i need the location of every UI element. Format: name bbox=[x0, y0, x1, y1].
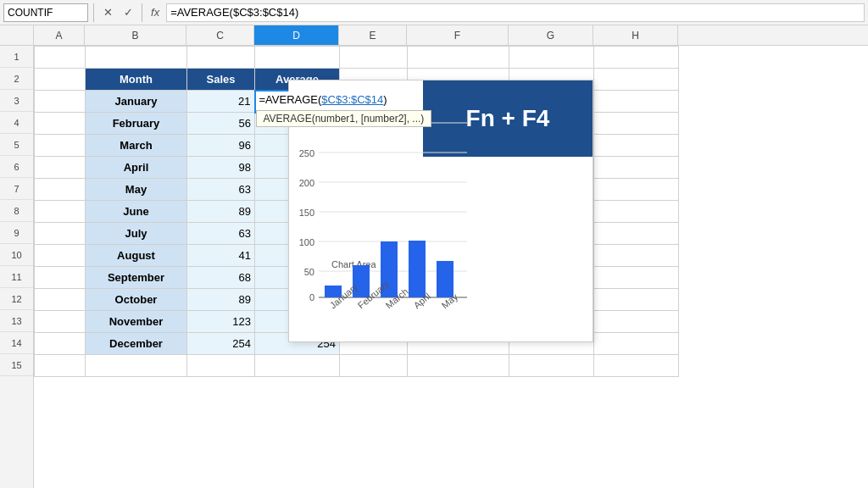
cell-c1[interactable] bbox=[187, 47, 255, 69]
cell-c8[interactable]: 89 bbox=[187, 201, 255, 223]
svg-text:100: 100 bbox=[299, 237, 314, 247]
cell-h13[interactable] bbox=[594, 311, 679, 333]
cell-b5[interactable]: March bbox=[86, 135, 187, 157]
row-header-13[interactable]: 13 bbox=[0, 310, 33, 332]
col-header-h[interactable]: H bbox=[593, 25, 678, 45]
cell-c2-sales[interactable]: Sales bbox=[187, 69, 255, 91]
col-header-b[interactable]: B bbox=[85, 25, 186, 45]
cell-g1[interactable] bbox=[509, 47, 594, 69]
cell-b15[interactable] bbox=[86, 355, 187, 377]
formula-bar[interactable] bbox=[166, 3, 865, 22]
cell-h12[interactable] bbox=[594, 289, 679, 311]
cell-a2[interactable] bbox=[35, 69, 86, 91]
cell-h14[interactable] bbox=[594, 333, 679, 355]
cell-b8[interactable]: June bbox=[86, 201, 187, 223]
cell-c15[interactable] bbox=[187, 355, 255, 377]
col-header-a[interactable]: A bbox=[34, 25, 85, 45]
cell-a10[interactable] bbox=[35, 245, 86, 267]
col-header-f[interactable]: F bbox=[407, 25, 509, 45]
cell-b13[interactable]: November bbox=[86, 311, 187, 333]
col-header-c[interactable]: C bbox=[186, 25, 254, 45]
cell-a3[interactable] bbox=[35, 91, 86, 113]
row-header-1[interactable]: 1 bbox=[0, 46, 33, 68]
cell-c9[interactable]: 63 bbox=[187, 223, 255, 245]
cell-c4[interactable]: 56 bbox=[187, 113, 255, 135]
cell-h7[interactable] bbox=[594, 179, 679, 201]
bar-april[interactable] bbox=[409, 241, 426, 297]
cell-b11[interactable]: September bbox=[86, 267, 187, 289]
name-box[interactable] bbox=[3, 3, 88, 22]
cell-g15[interactable] bbox=[509, 355, 594, 377]
cell-a11[interactable] bbox=[35, 267, 86, 289]
row-header-15[interactable]: 15 bbox=[0, 354, 33, 376]
row-header-10[interactable]: 10 bbox=[0, 244, 33, 266]
cancel-button[interactable]: ✕ bbox=[99, 4, 116, 21]
cell-h2[interactable] bbox=[594, 69, 679, 91]
cell-a1[interactable] bbox=[35, 47, 86, 69]
cell-a13[interactable] bbox=[35, 311, 86, 333]
cell-h4[interactable] bbox=[594, 113, 679, 135]
cell-f15[interactable] bbox=[408, 355, 509, 377]
cell-b9[interactable]: July bbox=[86, 223, 187, 245]
cell-e15[interactable] bbox=[340, 355, 408, 377]
cell-c3[interactable]: 21 bbox=[187, 91, 255, 113]
cell-c5[interactable]: 96 bbox=[187, 135, 255, 157]
cell-b14[interactable]: December bbox=[86, 333, 187, 355]
cell-h11[interactable] bbox=[594, 267, 679, 289]
row-header-4[interactable]: 4 bbox=[0, 112, 33, 134]
cell-b7[interactable]: May bbox=[86, 179, 187, 201]
col-header-d[interactable]: D bbox=[254, 25, 339, 45]
cell-a6[interactable] bbox=[35, 157, 86, 179]
svg-text:250: 250 bbox=[299, 148, 314, 158]
row-header-2[interactable]: 2 bbox=[0, 68, 33, 90]
cell-f1[interactable] bbox=[408, 47, 509, 69]
row-header-6[interactable]: 6 bbox=[0, 156, 33, 178]
cell-b10[interactable]: August bbox=[86, 245, 187, 267]
cell-c12[interactable]: 89 bbox=[187, 289, 255, 311]
cell-c7[interactable]: 63 bbox=[187, 179, 255, 201]
cell-b3[interactable]: January bbox=[86, 91, 187, 113]
cell-d3-active[interactable]: =AVERAGE($C$3:$C$14) AVERAGE(number1, [n… bbox=[255, 91, 340, 113]
row-header-14[interactable]: 14 bbox=[0, 332, 33, 354]
cell-c13[interactable]: 123 bbox=[187, 311, 255, 333]
cell-b2-month[interactable]: Month bbox=[86, 69, 187, 91]
cell-b12[interactable]: October bbox=[86, 289, 187, 311]
cell-h3[interactable] bbox=[594, 91, 679, 113]
row-header-8[interactable]: 8 bbox=[0, 200, 33, 222]
row-header-12[interactable]: 12 bbox=[0, 288, 33, 310]
cell-a5[interactable] bbox=[35, 135, 86, 157]
cell-b4[interactable]: February bbox=[86, 113, 187, 135]
row-header-3[interactable]: 3 bbox=[0, 90, 33, 112]
cell-a14[interactable] bbox=[35, 333, 86, 355]
cell-c10[interactable]: 41 bbox=[187, 245, 255, 267]
cell-b6[interactable]: April bbox=[86, 157, 187, 179]
col-header-e[interactable]: E bbox=[339, 25, 407, 45]
cell-h8[interactable] bbox=[594, 201, 679, 223]
cell-h10[interactable] bbox=[594, 245, 679, 267]
cell-h15[interactable] bbox=[594, 355, 679, 377]
row-header-5[interactable]: 5 bbox=[0, 134, 33, 156]
row-header-9[interactable]: 9 bbox=[0, 222, 33, 244]
col-header-g[interactable]: G bbox=[509, 25, 593, 45]
cell-a12[interactable] bbox=[35, 289, 86, 311]
cell-e1[interactable] bbox=[340, 47, 408, 69]
cell-a4[interactable] bbox=[35, 113, 86, 135]
cell-c6[interactable]: 98 bbox=[187, 157, 255, 179]
cell-c14[interactable]: 254 bbox=[187, 333, 255, 355]
bar-may[interactable] bbox=[437, 261, 453, 297]
cell-a8[interactable] bbox=[35, 201, 86, 223]
cell-h9[interactable] bbox=[594, 223, 679, 245]
row-header-7[interactable]: 7 bbox=[0, 178, 33, 200]
cell-d15[interactable] bbox=[255, 355, 340, 377]
cell-h1[interactable] bbox=[594, 47, 679, 69]
cell-b1[interactable] bbox=[86, 47, 187, 69]
cell-h5[interactable] bbox=[594, 135, 679, 157]
cell-c11[interactable]: 68 bbox=[187, 267, 255, 289]
cell-d1[interactable] bbox=[255, 47, 340, 69]
cell-a9[interactable] bbox=[35, 223, 86, 245]
cell-a7[interactable] bbox=[35, 179, 86, 201]
cell-a15[interactable] bbox=[35, 355, 86, 377]
cell-h6[interactable] bbox=[594, 157, 679, 179]
row-header-11[interactable]: 11 bbox=[0, 266, 33, 288]
confirm-button[interactable]: ✓ bbox=[120, 4, 136, 21]
